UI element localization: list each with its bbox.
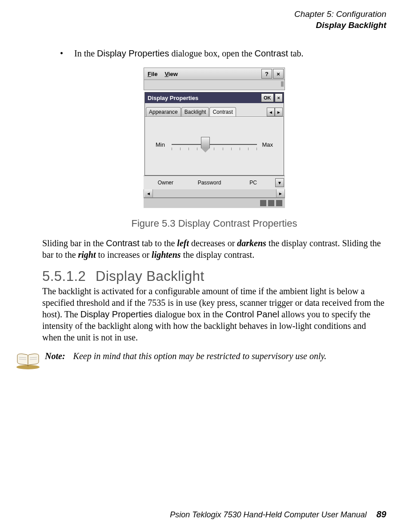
close-button[interactable]: × [273, 69, 284, 79]
note-text: Note:Keep in mind that this option may b… [45, 351, 326, 361]
ui-term: Contrast [255, 48, 289, 58]
dialog-close-button[interactable]: × [275, 93, 283, 102]
contrast-slider-panel: Min Max [145, 117, 284, 175]
min-label: Min [156, 141, 165, 148]
item-pc[interactable]: PC [231, 180, 275, 186]
menu-view[interactable]: View [161, 71, 181, 77]
figure-caption: Figure 5.3 Display Contrast Properties [42, 218, 386, 229]
outer-menubar: File View ? × [144, 68, 285, 80]
header-section: Display Backlight [42, 20, 386, 31]
slider-thumb[interactable] [201, 137, 210, 148]
header-chapter: Chapter 5: Configuration [42, 9, 386, 20]
outer-toolbar [144, 80, 285, 90]
screenshot-figure: File View ? × Display Properties OK × Ap… [144, 68, 285, 214]
note-block: Note:Keep in mind that this option may b… [16, 351, 386, 370]
heading-number: 5.5.1.2 [42, 268, 96, 284]
page-footer: Psion Teklogix 7530 Hand-Held Computer U… [170, 509, 386, 520]
slider-track[interactable] [172, 144, 257, 145]
dialog-titlebar: Display Properties OK × [145, 92, 284, 103]
dialog-title-text: Display Properties [148, 95, 198, 101]
section-heading: 5.5.1.2Display Backlight [42, 268, 386, 284]
instruction-bullet: • In the Display Properties dialogue box… [60, 48, 386, 59]
horizontal-scrollbar[interactable]: ◄ ► [144, 189, 285, 198]
tab-contrast[interactable]: Contrast [209, 107, 236, 116]
book-icon [16, 352, 40, 370]
tab-appearance[interactable]: Appearance [146, 107, 181, 116]
item-owner[interactable]: Owner [144, 180, 188, 186]
help-button[interactable]: ? [261, 69, 272, 79]
display-properties-dialog: Display Properties OK × Appearance Backl… [144, 92, 284, 176]
tabs-row: Appearance Backlight Contrast ◄ ► [145, 103, 284, 117]
paragraph-backlight-explain: The backlight is activated for a configu… [42, 285, 386, 343]
page-number: 89 [377, 509, 386, 519]
dropdown-icon[interactable]: ▼ [275, 178, 284, 187]
tab-scroll-left-icon[interactable]: ◄ [267, 108, 275, 116]
tab-scroll-right-icon[interactable]: ► [275, 108, 283, 116]
paragraph-contrast-explain: Sliding bar in the Contrast tab to the l… [42, 237, 386, 260]
page-header: Chapter 5: Configuration Display Backlig… [42, 9, 386, 31]
ok-button[interactable]: OK [261, 93, 274, 102]
tab-backlight[interactable]: Backlight [181, 107, 209, 116]
menu-file[interactable]: File [144, 71, 161, 77]
footer-title: Psion Teklogix 7530 Hand-Held Computer U… [170, 510, 367, 519]
taskbar [144, 198, 285, 208]
heading-title: Display Backlight [96, 268, 204, 284]
tray-icon[interactable] [268, 200, 274, 206]
ui-term: Display Properties [97, 48, 169, 58]
note-label: Note: [45, 351, 65, 361]
scroll-right-icon[interactable]: ► [276, 189, 285, 197]
max-label: Max [262, 141, 273, 148]
slider-ticks [172, 148, 257, 151]
tray-icon[interactable] [260, 200, 266, 206]
tray-icon[interactable] [276, 200, 282, 206]
scroll-left-icon[interactable]: ◄ [144, 189, 153, 197]
control-panel-items: Owner Password PC ▼ [144, 176, 285, 189]
item-password[interactable]: Password [188, 180, 232, 186]
